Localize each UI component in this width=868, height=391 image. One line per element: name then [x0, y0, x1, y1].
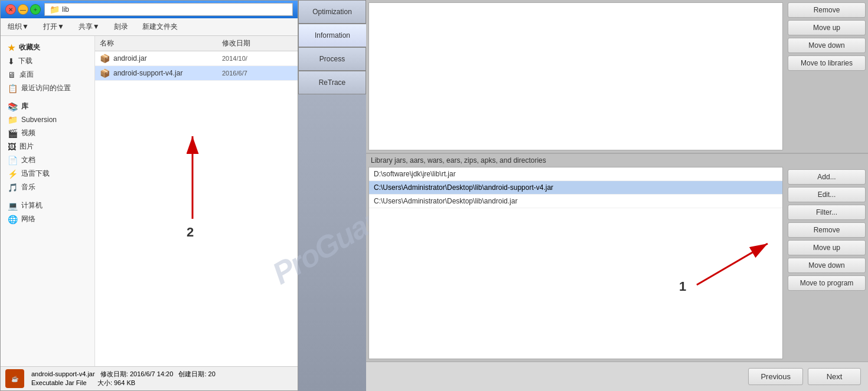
library-list: D:\software\jdk\jre\lib\rt.jar C:\Users\… — [368, 167, 783, 359]
library-row-android-support[interactable]: C:\Users\Administrator\Desktop\lib\andro… — [369, 181, 782, 195]
sidebar-item-download[interactable]: ⬇ 下载 — [1, 54, 94, 68]
add-button[interactable]: Add... — [788, 169, 866, 185]
file-row-android-support[interactable]: 📦 android-support-v4.jar 2016/6/7 — [95, 66, 298, 81]
sidebar-item-thunder[interactable]: ⚡ 迅雷下载 — [1, 167, 94, 180]
file-row-android-jar[interactable]: 📦 android.jar 2014/10/ — [95, 51, 298, 66]
sidebar-item-document[interactable]: 📄 文档 — [1, 153, 94, 167]
favorites-label: 收藏夹 — [19, 42, 40, 52]
sidebar-item-recent[interactable]: 📋 最近访问的位置 — [1, 81, 94, 95]
jar-icon-support: 📦 — [100, 68, 110, 78]
sidebar-item-subversion[interactable]: 📁 Subversion — [1, 113, 94, 126]
move-to-program-button[interactable]: Move to program — [788, 275, 866, 291]
address-bar[interactable]: 📁 lib — [44, 3, 293, 16]
move-up-lib-button[interactable]: Move up — [788, 240, 866, 255]
music-label: 音乐 — [21, 182, 35, 192]
status-info: android-support-v4.jar 修改日期: 2016/6/7 14… — [31, 370, 216, 387]
thunder-label: 迅雷下载 — [21, 169, 50, 179]
move-down-lib-button[interactable]: Move down — [788, 258, 866, 273]
recent-icon: 📋 — [8, 84, 18, 93]
middle-panel: Optimization Information Process ReTrace… — [298, 0, 366, 391]
video-label: 视频 — [21, 128, 35, 138]
tab-optimization[interactable]: Optimization — [298, 0, 366, 24]
explorer-toolbar: 组织▼ 打开▼ 共享▼ 刻录 新建文件夹 — [1, 18, 298, 36]
sidebar-item-desktop[interactable]: 🖥 桌面 — [1, 68, 94, 81]
organize-button[interactable]: 组织▼ — [5, 21, 31, 33]
library-content: D:\software\jdk\jre\lib\rt.jar C:\Users\… — [366, 167, 868, 362]
library-section: 📚 库 📁 Subversion 🎬 视频 🖼 图片 — [1, 100, 94, 194]
document-icon: 📄 — [8, 156, 18, 165]
status-details: Executable Jar File 大小: 964 KB — [31, 379, 216, 387]
file-name-android-support: android-support-v4.jar — [113, 69, 218, 77]
sidebar: ★ 收藏夹 ⬇ 下载 🖥 桌面 📋 最近访问的位置 — [1, 36, 95, 366]
explorer-main: ★ 收藏夹 ⬇ 下载 🖥 桌面 📋 最近访问的位置 — [1, 36, 298, 366]
subversion-label: Subversion — [21, 116, 57, 124]
subversion-icon: 📁 — [8, 115, 18, 124]
recent-label: 最近访问的位置 — [21, 83, 71, 93]
next-button[interactable]: Next — [808, 368, 861, 385]
move-to-libraries-button[interactable]: Move to libraries — [788, 55, 866, 71]
sidebar-item-network[interactable]: 🌐 网络 — [1, 212, 94, 226]
star-icon: ★ — [8, 43, 15, 52]
image-label: 图片 — [19, 142, 34, 152]
column-name[interactable]: 名称 — [100, 38, 222, 48]
tab-retrace[interactable]: ReTrace — [298, 71, 366, 94]
file-name-android-jar: android.jar — [113, 54, 218, 63]
image-icon: 🖼 — [8, 142, 16, 152]
download-icon: ⬇ — [8, 57, 15, 66]
top-section: Remove Move up Move down Move to librari… — [366, 0, 868, 153]
explorer-titlebar: ✕ — + 📁 lib — [1, 1, 298, 18]
folder-icon: 📁 — [50, 5, 60, 14]
move-up-top-button[interactable]: Move up — [788, 20, 866, 35]
computer-label: 计算机 — [21, 201, 43, 211]
move-down-top-button[interactable]: Move down — [788, 38, 866, 53]
library-icon: 📚 — [8, 102, 18, 111]
new-folder-button[interactable]: 新建文件夹 — [140, 21, 180, 33]
edit-button[interactable]: Edit... — [788, 187, 866, 202]
library-section-header: Library jars, aars, wars, ears, zips, ap… — [366, 153, 868, 167]
minimize-button[interactable]: — — [18, 4, 28, 15]
top-content-area — [368, 2, 783, 150]
library-right-buttons: Add... Edit... Filter... Remove Move up … — [785, 167, 868, 362]
library-row-rt-jar[interactable]: D:\software\jdk\jre\lib\rt.jar — [369, 167, 782, 181]
file-list: 名称 修改日期 📦 android.jar 2014/10/ 📦 android… — [95, 36, 298, 366]
explorer-panel: ✕ — + 📁 lib 组织▼ 打开▼ 共享▼ 刻录 新建文件夹 ★ — [0, 0, 298, 391]
sidebar-item-image[interactable]: 🖼 图片 — [1, 140, 94, 153]
tab-process[interactable]: Process — [298, 47, 366, 71]
tab-information[interactable]: Information — [298, 24, 366, 47]
remove-lib-button[interactable]: Remove — [788, 222, 866, 238]
share-button[interactable]: 共享▼ — [76, 21, 102, 33]
maximize-button[interactable]: + — [30, 4, 41, 15]
remove-top-button[interactable]: Remove — [788, 2, 866, 18]
bottom-navigation: Previous Next — [366, 362, 868, 391]
path-text: lib — [62, 5, 69, 14]
desktop-label: 桌面 — [19, 70, 34, 80]
computer-section: 💻 计算机 🌐 网络 — [1, 199, 94, 226]
column-date[interactable]: 修改日期 — [222, 38, 293, 48]
library-label: 库 — [21, 101, 28, 111]
sidebar-item-music[interactable]: 🎵 音乐 — [1, 180, 94, 194]
sidebar-item-video[interactable]: 🎬 视频 — [1, 126, 94, 140]
proguard-panel: Remove Move up Move down Move to librari… — [366, 0, 868, 391]
thunder-icon: ⚡ — [8, 169, 18, 179]
library-section: Library jars, aars, wars, ears, zips, ap… — [366, 153, 868, 362]
file-date-android-support: 2016/6/7 — [222, 70, 293, 77]
top-right-buttons: Remove Move up Move down Move to librari… — [785, 0, 868, 153]
sidebar-item-computer[interactable]: 💻 计算机 — [1, 199, 94, 212]
file-date-android-jar: 2014/10/ — [222, 55, 293, 62]
computer-icon: 💻 — [8, 201, 18, 211]
download-label: 下载 — [18, 56, 32, 66]
jar-icon: 📦 — [100, 54, 110, 63]
network-label: 网络 — [21, 214, 35, 224]
music-icon: 🎵 — [8, 183, 18, 192]
previous-button[interactable]: Previous — [748, 368, 803, 385]
status-bar: ☕ android-support-v4.jar 修改日期: 2016/6/7 … — [1, 366, 298, 390]
library-row-android-jar[interactable]: C:\Users\Administrator\Desktop\lib\andro… — [369, 195, 782, 208]
filter-button[interactable]: Filter... — [788, 205, 866, 220]
close-button[interactable]: ✕ — [5, 4, 16, 15]
file-type-icon: ☕ — [5, 369, 24, 388]
document-label: 文档 — [21, 155, 35, 165]
open-button[interactable]: 打开▼ — [41, 21, 67, 33]
record-button[interactable]: 刻录 — [112, 21, 130, 33]
desktop-icon: 🖥 — [8, 70, 16, 80]
status-filename: android-support-v4.jar 修改日期: 2016/6/7 14… — [31, 370, 216, 379]
